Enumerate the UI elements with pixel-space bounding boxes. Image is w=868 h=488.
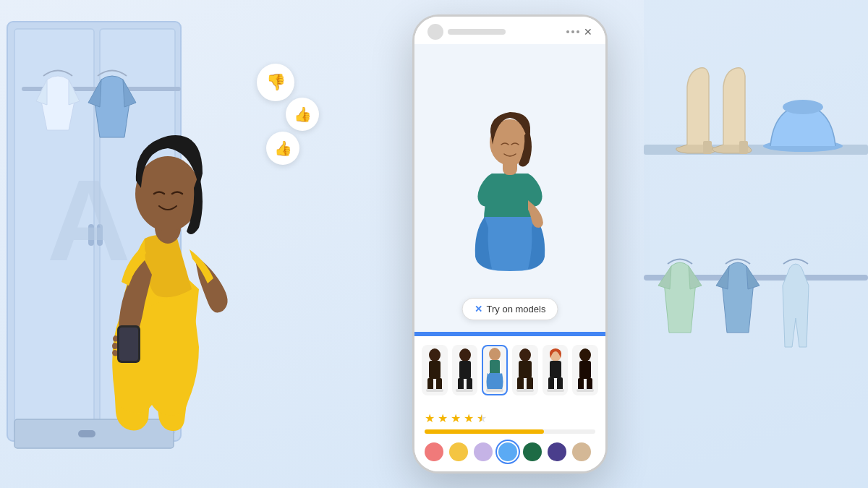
svg-rect-36	[490, 360, 500, 374]
page-title-bar	[448, 29, 506, 35]
close-icon[interactable]: ✕	[584, 26, 592, 38]
svg-rect-32	[459, 361, 471, 379]
swatch-yellow[interactable]	[449, 442, 468, 461]
swatch-blue[interactable]	[498, 442, 517, 461]
model-svg	[459, 105, 561, 271]
svg-point-35	[489, 348, 501, 361]
star-5: ★★	[477, 411, 487, 425]
swatch-lavender[interactable]	[474, 442, 493, 461]
model-thumb-2[interactable]	[452, 345, 478, 395]
phone-status-bar: ✕	[414, 17, 605, 44]
phone-action-icons: ✕	[566, 26, 592, 38]
svg-rect-43	[550, 361, 561, 378]
ratings-bar-fill	[425, 429, 544, 434]
swatch-tan[interactable]	[572, 442, 591, 461]
swatch-dark-green[interactable]	[523, 442, 542, 461]
svg-point-38	[519, 348, 531, 361]
menu-dot-2	[571, 30, 574, 33]
svg-rect-24	[119, 328, 138, 361]
menu-dot-1	[566, 30, 569, 33]
menu-dot-3	[576, 30, 579, 33]
model-thumb-4[interactable]	[512, 345, 538, 395]
person-illustration	[58, 87, 304, 488]
try-on-label: Try on models	[487, 304, 546, 314]
color-swatches-row	[414, 437, 605, 471]
model-thumb-6[interactable]	[572, 345, 598, 395]
star-1: ★	[425, 411, 435, 425]
model-display-area: ✕ Try on models	[414, 44, 605, 332]
phone-mockup: ✕	[412, 14, 608, 474]
star-4: ★	[464, 411, 474, 425]
ratings-bar	[425, 429, 595, 434]
star-ratings: ★ ★ ★ ★ ★★	[414, 404, 605, 429]
svg-point-46	[579, 348, 591, 361]
star-2: ★	[438, 411, 448, 425]
background-scene: A	[0, 0, 868, 488]
try-on-button[interactable]: ✕ Try on models	[462, 298, 558, 320]
star-3: ★	[451, 411, 461, 425]
svg-rect-13	[703, 141, 712, 154]
shelf-illustration	[644, 0, 868, 488]
model-thumb-1[interactable]	[422, 345, 448, 395]
phone-frame: ✕	[412, 14, 608, 474]
svg-rect-37	[489, 373, 501, 390]
swatch-indigo[interactable]	[548, 442, 566, 461]
svg-point-27	[429, 348, 441, 361]
svg-point-31	[459, 348, 471, 361]
model-thumb-5[interactable]	[542, 345, 569, 395]
svg-rect-11	[644, 0, 868, 488]
svg-rect-28	[429, 361, 441, 379]
svg-rect-39	[519, 361, 532, 378]
svg-point-16	[783, 100, 823, 114]
profile-avatar	[427, 24, 443, 40]
swatch-coral[interactable]	[425, 442, 443, 461]
svg-rect-14	[739, 141, 748, 154]
svg-rect-47	[579, 361, 591, 379]
model-thumbnails-strip	[414, 336, 605, 404]
try-on-x-icon: ✕	[475, 304, 482, 314]
model-thumb-3[interactable]	[482, 345, 508, 395]
